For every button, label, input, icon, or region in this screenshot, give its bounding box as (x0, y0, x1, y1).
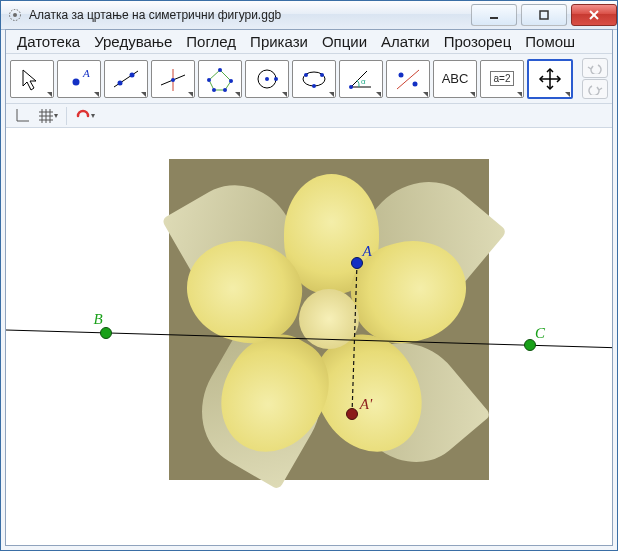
svg-point-22 (274, 77, 278, 81)
menu-label: Датотека (17, 33, 80, 50)
svg-point-1 (13, 13, 17, 17)
point-label-b: B (93, 311, 102, 328)
svg-text:α: α (361, 77, 366, 86)
svg-point-26 (312, 84, 316, 88)
dropdown-icon (517, 92, 522, 97)
svg-marker-14 (209, 70, 231, 90)
close-button[interactable] (571, 4, 617, 26)
dropdown-icon (470, 92, 475, 97)
reflect-tool[interactable] (386, 60, 430, 98)
main-toolbar: A α ABC a=2 (6, 54, 612, 104)
svg-point-19 (207, 78, 211, 82)
undo-button[interactable] (582, 58, 608, 78)
svg-point-27 (349, 85, 353, 89)
svg-point-30 (399, 72, 404, 77)
point-b[interactable] (100, 327, 112, 339)
slider-tool[interactable]: a=2 (480, 60, 524, 98)
svg-point-13 (171, 78, 175, 82)
window-title: Алатка за цртање на симетрични фигури.gg… (29, 8, 467, 22)
point-a-prime[interactable] (346, 408, 358, 420)
point-label-a: A (362, 243, 371, 260)
svg-point-15 (218, 68, 222, 72)
dropdown-icon (235, 92, 240, 97)
dropdown-icon (423, 92, 428, 97)
menu-help[interactable]: Помош (518, 30, 582, 53)
point-capture-toggle[interactable]: ▾ (75, 106, 95, 126)
svg-point-31 (413, 81, 418, 86)
axes-toggle[interactable] (12, 106, 32, 126)
dropdown-icon (94, 92, 99, 97)
svg-point-6 (73, 78, 80, 85)
menu-tools[interactable]: Алатки (374, 30, 437, 53)
point-tool[interactable]: A (57, 60, 101, 98)
menu-edit[interactable]: Уредување (87, 30, 179, 53)
menu-label: Поглед (186, 33, 236, 50)
graphics-toolbar: ▾ ▾ (6, 104, 612, 128)
dropdown-icon (47, 92, 52, 97)
chevron-down-icon: ▾ (54, 111, 58, 120)
separator (66, 107, 67, 125)
history-controls (582, 58, 608, 99)
minimize-button[interactable] (471, 4, 517, 26)
svg-rect-3 (540, 11, 548, 19)
menubar: Датотека Уредување Поглед Прикази Опции … (6, 30, 612, 54)
menu-label: Помош (525, 33, 575, 50)
menu-label: Опции (322, 33, 367, 50)
angle-tool[interactable]: α (339, 60, 383, 98)
menu-label: Прикази (250, 33, 308, 50)
dropdown-icon (565, 92, 570, 97)
line-tool[interactable] (104, 60, 148, 98)
grid-toggle[interactable]: ▾ (38, 106, 58, 126)
polygon-tool[interactable] (198, 60, 242, 98)
text-tool[interactable]: ABC (433, 60, 477, 98)
menu-label: Уредување (94, 33, 172, 50)
background-image (169, 159, 489, 480)
chevron-down-icon: ▾ (91, 111, 95, 120)
menu-view[interactable]: Поглед (179, 30, 243, 53)
point-label-a-prime: A' (360, 396, 372, 413)
titlebar: Алатка за цртање на симетрични фигури.gg… (1, 1, 617, 30)
svg-text:A: A (82, 67, 90, 79)
svg-point-25 (320, 73, 324, 77)
menu-label: Прозорец (444, 33, 512, 50)
svg-point-10 (130, 72, 135, 77)
dropdown-icon (188, 92, 193, 97)
dropdown-icon (282, 92, 287, 97)
conic-tool[interactable] (292, 60, 336, 98)
window-controls (467, 4, 617, 26)
menu-options[interactable]: Опции (315, 30, 374, 53)
point-label-c: C (535, 325, 545, 342)
svg-point-17 (223, 88, 227, 92)
maximize-button[interactable] (521, 4, 567, 26)
menu-perspectives[interactable]: Прикази (243, 30, 315, 53)
menu-window[interactable]: Прозорец (437, 30, 519, 53)
tool-label: ABC (442, 71, 469, 86)
menu-label: Алатки (381, 33, 430, 50)
dropdown-icon (329, 92, 334, 97)
svg-point-24 (304, 73, 308, 77)
svg-point-16 (229, 79, 233, 83)
perpendicular-tool[interactable] (151, 60, 195, 98)
svg-point-18 (212, 88, 216, 92)
app-icon (7, 7, 23, 23)
graphics-view[interactable]: A A' B C (6, 128, 612, 545)
tool-label: a=2 (490, 71, 515, 86)
redo-button[interactable] (582, 79, 608, 99)
svg-line-8 (114, 71, 138, 87)
circle-tool[interactable] (245, 60, 289, 98)
svg-point-21 (265, 77, 269, 81)
move-view-tool[interactable] (527, 59, 573, 99)
svg-point-9 (118, 80, 123, 85)
menu-file[interactable]: Датотека (10, 30, 87, 53)
move-tool[interactable] (10, 60, 54, 98)
point-a[interactable] (351, 257, 363, 269)
dropdown-icon (376, 92, 381, 97)
dropdown-icon (141, 92, 146, 97)
